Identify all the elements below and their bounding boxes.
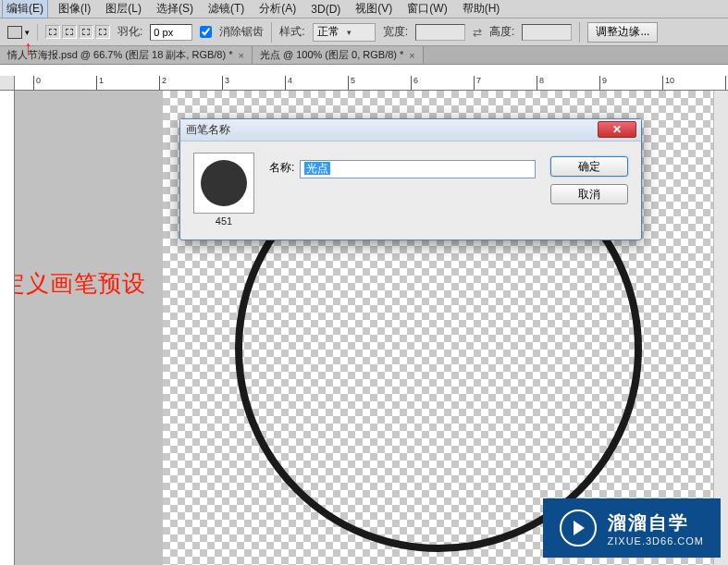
- feather-label: 羽化:: [117, 24, 142, 40]
- cancel-button[interactable]: 取消: [550, 184, 628, 204]
- menu-bar: 编辑(E) 图像(I) 图层(L) 选择(S) 滤镜(T) 分析(A) 3D(D…: [0, 0, 728, 18]
- watermark-sub: ZIXUE.3D66.COM: [608, 535, 704, 547]
- options-bar: ▾ 羽化: 消除锯齿 样式: 正常 ▾ 宽度: ⇄ 高度: 调整边缘...: [0, 18, 728, 46]
- play-circle-icon: [560, 510, 597, 547]
- document-tab-2[interactable]: 光点 @ 100% (图层 0, RGB/8) * ×: [253, 46, 424, 64]
- name-label: 名称:: [269, 160, 294, 176]
- brush-name-dialog: 画笔名称 ✕ 451 名称: 光点 确定 取消: [179, 118, 642, 240]
- height-field[interactable]: [522, 24, 572, 41]
- ruler-tick: 5: [348, 76, 355, 91]
- selection-subtract-icon[interactable]: [79, 25, 93, 39]
- ruler-tick: 8: [537, 76, 544, 91]
- refine-edge-label: 调整边缘...: [596, 24, 649, 40]
- menu-3d[interactable]: 3D(D): [306, 1, 345, 18]
- dialog-title-bar[interactable]: 画笔名称 ✕: [180, 119, 641, 141]
- selection-add-icon[interactable]: [62, 25, 77, 39]
- annotation-text: 定义画笔预设: [2, 268, 146, 299]
- marquee-tool-icon: [7, 26, 22, 39]
- feather-input[interactable]: [150, 24, 192, 41]
- document-tabs: 情人节海报.psd @ 66.7% (图层 18 副本, RGB/8) * × …: [0, 46, 728, 65]
- separator: [579, 22, 580, 43]
- brush-size-label: 451: [193, 215, 254, 227]
- ruler-tick: 3: [222, 76, 229, 91]
- ruler-tick: 6: [411, 76, 418, 91]
- menu-select[interactable]: 选择(S): [152, 0, 198, 18]
- ruler-horizontal[interactable]: 5 0 1 2 3 4 5 6 7 8 9 10 11: [0, 76, 728, 91]
- style-label: 样式:: [279, 24, 304, 40]
- ruler-tick: 2: [159, 76, 167, 91]
- dialog-input-row: 名称: 光点: [269, 153, 536, 227]
- selection-new-icon[interactable]: [45, 25, 60, 39]
- dialog-buttons: 确定 取消: [550, 153, 628, 227]
- menu-layer[interactable]: 图层(L): [101, 0, 146, 18]
- style-value: 正常: [317, 24, 339, 40]
- menu-filter[interactable]: 滤镜(T): [204, 0, 249, 18]
- menu-edit[interactable]: 编辑(E): [2, 0, 48, 18]
- menu-analysis[interactable]: 分析(A): [254, 0, 301, 18]
- ruler-tick: 1: [96, 76, 104, 91]
- dialog-title: 画笔名称: [186, 122, 230, 138]
- play-triangle-icon: [574, 521, 585, 535]
- document-tab-1[interactable]: 情人节海报.psd @ 66.7% (图层 18 副本, RGB/8) * ×: [0, 46, 253, 64]
- dialog-close-button[interactable]: ✕: [598, 121, 636, 138]
- pasteboard: [15, 91, 163, 565]
- brush-thumbnail-box: [193, 153, 254, 214]
- menu-view[interactable]: 视图(V): [351, 0, 397, 18]
- chevron-down-icon: ▾: [347, 28, 352, 37]
- menu-window[interactable]: 窗口(W): [402, 0, 451, 18]
- watermark-title: 溜溜自学: [608, 510, 704, 535]
- ok-button[interactable]: 确定: [550, 156, 628, 177]
- ruler-tick: 4: [285, 76, 292, 91]
- brush-preview: 451: [193, 153, 254, 227]
- antialias-checkbox[interactable]: [200, 26, 212, 38]
- annotation-arrow-icon: ↑: [24, 36, 32, 60]
- width-label: 宽度:: [383, 24, 408, 40]
- tab-label: 情人节海报.psd @ 66.7% (图层 18 副本, RGB/8) *: [7, 48, 232, 62]
- selection-mode-group: [45, 25, 110, 39]
- ruler-corner: [0, 76, 15, 91]
- swap-icon[interactable]: ⇄: [473, 26, 482, 39]
- tool-preset[interactable]: ▾: [6, 24, 38, 41]
- ruler-tick: 9: [599, 76, 607, 91]
- style-dropdown[interactable]: 正常 ▾: [313, 23, 376, 42]
- height-label: 高度:: [489, 24, 514, 40]
- tab-label: 光点 @ 100% (图层 0, RGB/8) *: [260, 48, 403, 62]
- chevron-down-icon: ▾: [25, 28, 30, 37]
- menu-help[interactable]: 帮助(H): [458, 0, 505, 18]
- ruler-tick: 7: [474, 76, 481, 91]
- menu-image[interactable]: 图像(I): [54, 0, 95, 18]
- close-icon[interactable]: ×: [409, 50, 414, 61]
- ruler-tick: 0: [33, 76, 41, 91]
- ruler-tick: 10: [662, 76, 674, 91]
- refine-edge-button[interactable]: 调整边缘...: [587, 22, 658, 43]
- brush-thumbnail-icon: [201, 160, 247, 206]
- watermark-banner: 溜溜自学 ZIXUE.3D66.COM: [543, 498, 721, 558]
- selection-intersect-icon[interactable]: [95, 25, 110, 39]
- antialias-label: 消除锯齿: [219, 24, 264, 40]
- scrollbar-vertical[interactable]: [713, 91, 728, 565]
- brush-name-input[interactable]: 光点: [300, 160, 536, 178]
- separator: [271, 22, 272, 43]
- brush-name-value: 光点: [304, 162, 330, 175]
- watermark-texts: 溜溜自学 ZIXUE.3D66.COM: [608, 510, 704, 547]
- ruler-vertical[interactable]: [0, 91, 15, 565]
- dialog-body: 451 名称: 光点 确定 取消: [180, 141, 641, 240]
- width-field[interactable]: [415, 24, 465, 41]
- close-icon[interactable]: ×: [238, 50, 243, 61]
